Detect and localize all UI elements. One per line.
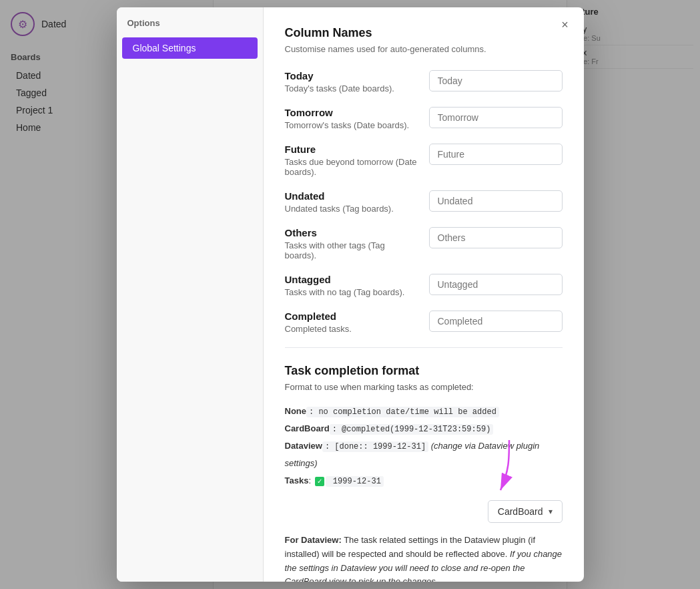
dropdown-value: CardBoard <box>498 506 543 517</box>
column-row-future: Future Tasks due beyond tomorrow (Date b… <box>285 144 563 177</box>
column-label-group: Future Tasks due beyond tomorrow (Date b… <box>285 144 418 177</box>
options-sidebar: Options Global Settings <box>117 7 264 582</box>
options-title: Options <box>117 18 263 36</box>
column-desc-tomorrow: Tomorrow's tasks (Date boards). <box>285 120 418 130</box>
completion-dropdown-area: CardBoard ▾ <box>285 500 563 523</box>
format-dataview-label: Dataview <box>285 441 322 451</box>
column-desc-untagged: Tasks with no tag (Tag boards). <box>285 287 418 297</box>
format-none-label: None <box>285 406 307 416</box>
chevron-down-icon: ▾ <box>549 507 553 516</box>
column-row-others: Others Tasks with other tags (Tag boards… <box>285 227 563 260</box>
column-label-group: Undated Undated tasks (Tag boards). <box>285 190 418 214</box>
format-tasks-label: Tasks <box>285 475 309 485</box>
close-button[interactable]: × <box>557 17 573 33</box>
format-cardboard-desc: : @completed(1999-12-31T23:59:59) <box>330 424 494 435</box>
column-label-group: Tomorrow Tomorrow's tasks (Date boards). <box>285 107 418 130</box>
column-row-undated: Undated Undated tasks (Tag boards). <box>285 190 563 214</box>
column-label-group: Others Tasks with other tags (Tag boards… <box>285 227 418 260</box>
column-row-completed: Completed Completed tasks. <box>285 311 563 334</box>
column-desc-others: Tasks with other tags (Tag boards). <box>285 240 418 260</box>
modal-overlay: Options Global Settings × Column Names C… <box>0 0 700 589</box>
column-desc-today: Today's tasks (Date boards). <box>285 83 418 93</box>
column-label-group: Untagged Tasks with no tag (Tag boards). <box>285 274 418 297</box>
column-name-today: Today <box>285 70 418 81</box>
format-tasks-desc: 1999-12-31 <box>326 476 384 487</box>
modal-content: × Column Names Customise names used for … <box>264 7 584 582</box>
dataview-change-text: If you change the settings in Dataview y… <box>285 549 563 582</box>
column-row-tomorrow: Tomorrow Tomorrow's tasks (Date boards). <box>285 107 563 130</box>
others-input[interactable] <box>429 227 563 248</box>
column-desc-completed: Completed tasks. <box>285 324 418 334</box>
section-subtitle: Customise names used for auto-generated … <box>285 44 563 54</box>
format-none: None: no completion date/time will be ad… <box>285 403 563 420</box>
untagged-input[interactable] <box>429 274 563 295</box>
completion-section-subtitle: Format to use when marking tasks as comp… <box>285 382 563 392</box>
undated-input[interactable] <box>429 190 563 212</box>
format-none-desc: : no completion date/time will be added <box>306 407 499 417</box>
column-name-tomorrow: Tomorrow <box>285 107 418 118</box>
tomorrow-input[interactable] <box>429 107 563 128</box>
arrow-annotation <box>472 433 526 507</box>
completed-input[interactable] <box>429 311 563 332</box>
column-row-untagged: Untagged Tasks with no tag (Tag boards). <box>285 274 563 297</box>
column-label-group: Completed Completed tasks. <box>285 311 418 334</box>
column-desc-undated: Undated tasks (Tag boards). <box>285 204 418 214</box>
column-row-today: Today Today's tasks (Date boards). <box>285 70 563 93</box>
column-name-undated: Undated <box>285 190 418 202</box>
column-label-group: Today Today's tasks (Date boards). <box>285 70 418 93</box>
future-input[interactable] <box>429 144 563 165</box>
global-settings-menu-item[interactable]: Global Settings <box>122 37 258 59</box>
section-title: Column Names <box>285 26 563 40</box>
column-desc-future: Tasks due beyond tomorrow (Date boards). <box>285 157 418 177</box>
settings-modal: Options Global Settings × Column Names C… <box>117 7 584 582</box>
column-name-completed: Completed <box>285 311 418 322</box>
today-input[interactable] <box>429 70 563 91</box>
for-dataview-label: For Dataview: <box>285 535 342 545</box>
column-name-others: Others <box>285 227 418 238</box>
column-name-untagged: Untagged <box>285 274 418 285</box>
column-name-future: Future <box>285 144 418 155</box>
tasks-checkmark: ✓ <box>315 477 324 486</box>
format-cardboard-label: CardBoard <box>285 423 330 433</box>
format-dataview-desc: : [done:: 1999-12-31] <box>322 441 428 452</box>
dataview-note: For Dataview: The task related settings … <box>285 534 563 582</box>
section-divider <box>285 347 563 348</box>
completion-section-title: Task completion format <box>285 364 563 378</box>
